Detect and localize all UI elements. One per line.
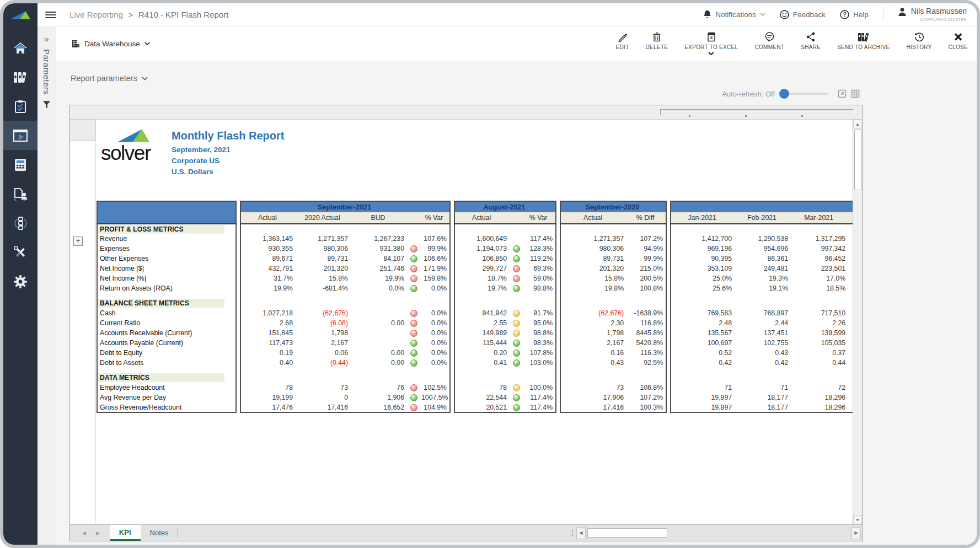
value-cell: 930,355 bbox=[240, 244, 296, 254]
metric-label: Debt to Assets bbox=[97, 358, 236, 368]
section-row: PROFIT & LOSS METRICS bbox=[97, 224, 236, 234]
value-cell: 1,906 bbox=[351, 393, 407, 402]
share-button[interactable]: SHARE bbox=[801, 32, 821, 50]
tab-scroll-left-icon[interactable]: ◀ bbox=[82, 530, 86, 536]
column-group-header bbox=[97, 201, 236, 224]
solver-logo[interactable] bbox=[3, 3, 38, 26]
sidebar-item-archives[interactable] bbox=[3, 62, 38, 92]
value-cell: 1,600,649 bbox=[454, 234, 510, 244]
parameters-expand-icon[interactable]: » bbox=[44, 34, 49, 44]
red-status-icon bbox=[410, 245, 417, 252]
sidebar-item-home[interactable] bbox=[3, 33, 38, 62]
sidebar-item-administration[interactable] bbox=[3, 238, 38, 267]
value-cell: 20,521 bbox=[454, 402, 510, 412]
report-parameters-toggle[interactable]: Report parameters bbox=[71, 74, 148, 83]
status-indicator-cell bbox=[407, 348, 420, 358]
value-cell: 98.8% bbox=[523, 283, 556, 293]
filter-icon[interactable] bbox=[42, 100, 51, 109]
vertical-scrollbar[interactable]: ▲ ▼ bbox=[853, 120, 862, 524]
value-cell bbox=[351, 308, 407, 318]
status-indicator-cell bbox=[407, 402, 420, 412]
grid-icon[interactable] bbox=[851, 89, 860, 98]
value-cell: 2.44 bbox=[735, 318, 791, 328]
close-button[interactable]: CLOSE bbox=[949, 32, 968, 50]
sidebar-item-live-reporting[interactable] bbox=[3, 121, 38, 150]
column-header bbox=[510, 212, 523, 224]
scroll-right-icon[interactable]: ▶ bbox=[852, 527, 861, 539]
table-row: 0.41103.0% bbox=[454, 358, 556, 368]
vertical-scrollbar-thumb[interactable] bbox=[854, 130, 861, 190]
edit-button[interactable]: EDIT bbox=[616, 32, 629, 50]
value-cell: 89,671 bbox=[240, 254, 296, 264]
column-header: Actual bbox=[454, 212, 510, 224]
table-row: Cash bbox=[97, 308, 236, 318]
top-bar: Live Reporting > R410 - KPI Flash Report… bbox=[38, 3, 977, 26]
value-cell: (0.44) bbox=[296, 358, 351, 368]
send-to-archive-button[interactable]: SEND TO ARCHIVE bbox=[837, 32, 890, 50]
table-row: 2.482.442.26 bbox=[671, 318, 853, 328]
breadcrumb-live-reporting[interactable]: Live Reporting bbox=[69, 10, 123, 19]
horizontal-scrollbar-thumb[interactable] bbox=[587, 528, 667, 538]
value-cell: 980,306 bbox=[560, 244, 626, 254]
sidebar-item-process[interactable] bbox=[3, 208, 38, 238]
autorefresh-slider[interactable] bbox=[780, 93, 828, 95]
user-menu[interactable]: Nils Rasmussen CorpDemo Master bbox=[898, 7, 967, 22]
value-cell: 106.6% bbox=[420, 254, 450, 264]
autorefresh-slider-thumb[interactable] bbox=[779, 89, 789, 99]
table-row: 432,791201,320251,746171.9% bbox=[240, 264, 450, 273]
feedback-button[interactable]: Feedback bbox=[780, 10, 826, 19]
value-cell: 59.0% bbox=[523, 273, 556, 283]
notifications-button[interactable]: Notifications bbox=[703, 10, 765, 19]
sidebar-item-collaboration[interactable] bbox=[3, 179, 38, 208]
status-indicator-cell bbox=[510, 328, 523, 338]
red-status-icon bbox=[410, 320, 417, 327]
scrollbar-splitter-handle[interactable] bbox=[570, 525, 575, 541]
resize-icon[interactable] bbox=[838, 89, 847, 98]
value-cell: 432,791 bbox=[240, 264, 296, 273]
horizontal-scrollbar-track[interactable] bbox=[586, 527, 852, 539]
sheet-tab-kpi[interactable]: KPI bbox=[110, 525, 141, 541]
export-to-excel-button[interactable]: X EXPORT TO EXCEL bbox=[684, 32, 738, 55]
history-button[interactable]: HISTORY bbox=[906, 32, 931, 50]
column-group-marker[interactable] bbox=[745, 115, 747, 117]
value-cell: 15.8% bbox=[296, 273, 351, 283]
sidebar-item-assignments[interactable] bbox=[3, 92, 38, 121]
value-cell: 0.44 bbox=[791, 358, 848, 368]
value-cell: 2.68 bbox=[240, 318, 296, 328]
notifications-label: Notifications bbox=[715, 10, 756, 19]
sheet-corner-box bbox=[70, 120, 95, 141]
table-row: Employee Headcount bbox=[97, 383, 236, 393]
column-group-marker[interactable] bbox=[689, 115, 690, 117]
scroll-up-icon[interactable]: ▲ bbox=[853, 120, 862, 128]
sheet-tab-nav: ◀ ▶ bbox=[70, 525, 110, 541]
parameters-rail-label[interactable]: Parameters bbox=[42, 49, 51, 95]
sidebar-item-settings[interactable] bbox=[3, 267, 38, 296]
value-cell: 117.4% bbox=[523, 234, 556, 244]
value-cell: 223,501 bbox=[791, 264, 848, 273]
column-group-marker[interactable] bbox=[801, 115, 803, 117]
scroll-left-icon[interactable]: ◀ bbox=[576, 527, 586, 539]
spacer-row bbox=[671, 368, 853, 373]
help-button[interactable]: ? Help bbox=[840, 10, 869, 19]
status-indicator-cell bbox=[510, 358, 523, 368]
horizontal-scrollbar[interactable]: ◀ ▶ bbox=[575, 525, 862, 541]
column-header: % Diff bbox=[626, 212, 666, 224]
value-cell: 99.9% bbox=[626, 254, 666, 264]
row-group-expand-button[interactable]: + bbox=[73, 237, 83, 246]
sidebar-item-budgeting[interactable] bbox=[3, 150, 38, 179]
scroll-down-icon[interactable]: ▼ bbox=[853, 515, 862, 524]
table-row: 930,355980,306931,38099.9% bbox=[240, 244, 450, 254]
value-cell: 2.48 bbox=[671, 318, 735, 328]
value-cell: 102.5% bbox=[420, 383, 450, 393]
tab-scroll-right-icon[interactable]: ▶ bbox=[96, 530, 100, 536]
menu-icon[interactable] bbox=[45, 12, 56, 18]
value-cell: -1638.9% bbox=[626, 308, 666, 318]
comment-button[interactable]: COMMENT bbox=[754, 32, 784, 50]
spacer-row bbox=[671, 293, 853, 298]
delete-button[interactable]: EXPORT TO EXCEL DELETE bbox=[646, 32, 668, 50]
value-cell: 2.55 bbox=[454, 318, 510, 328]
sheet-tab-notes[interactable]: Notes bbox=[141, 525, 178, 541]
datasource-selector[interactable]: Data Warehouse bbox=[72, 40, 150, 48]
green-status-icon bbox=[410, 359, 417, 367]
metric-label: Net Income [$] bbox=[97, 264, 236, 273]
